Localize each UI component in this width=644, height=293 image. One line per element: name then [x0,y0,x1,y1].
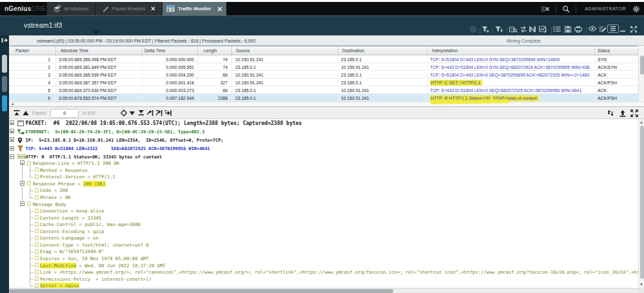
swap-icon[interactable] [520,26,527,33]
record-icon[interactable] [470,26,477,33]
detail-tree-vscroll-thumb[interactable] [640,126,644,279]
tree-row[interactable]: Response Phrase = 200 (OK) [9,180,638,187]
user-menu[interactable]: ADMINISTRATOR [585,6,626,11]
packet-row-1[interactable]: 13:05:00.669.356.098 PM EDT0.000.000.000… [9,55,638,63]
tree-row[interactable]: Connection = keep-alive [9,207,638,214]
drag-pill-gray[interactable] [2,55,7,73]
search-icon[interactable] [562,5,570,13]
expand-plus-box[interactable] [10,137,14,142]
column-header-packet[interactable]: Packet [9,46,56,55]
annotate-icon[interactable] [599,26,607,33]
tree-row[interactable]: TCP: S=443 D=51804 LEN=2322 SEQ=68207292… [9,145,638,153]
collapse-minus-box[interactable] [20,160,24,165]
collapse-minus-box[interactable] [20,202,24,206]
goto-packet-icon[interactable] [121,109,128,117]
expand-plus-box[interactable] [10,120,14,125]
tree-row[interactable]: PACKET: #6 2022/06/08 19:05:00.676.553.5… [9,119,638,128]
detail-tree-hscroll-thumb[interactable] [9,289,393,293]
tab-all-modules[interactable]: All Modules [46,2,95,15]
tree-row[interactable]: Message Body [9,201,638,208]
panel-expand-icon[interactable] [1,37,8,43]
sequence-icon[interactable] [529,26,536,33]
next-mark-icon[interactable] [147,109,154,117]
packet-row-4[interactable]: 43:05:00.669.367.357 PM EDT0.000.001.418… [9,79,638,86]
column-header-source[interactable]: Source [232,46,338,55]
packet-row-2[interactable]: 23:05:00.669.361.649 PM EDT0.000.005.551… [9,63,638,71]
tree-row[interactable]: Expires = Sun, 19 Nov 1978 05:00:00 GMT [9,255,638,262]
column-header-destination[interactable]: Destination [338,46,427,55]
tree-row[interactable]: Code = 200 [9,187,638,194]
tab-label: Packet Analysis [112,6,146,12]
collapse-minus-box[interactable] [20,181,24,185]
tree-row[interactable]: Response-Line = HTTP/1.1 200 OK [9,160,638,167]
packet-row-3[interactable]: 33:05:00.669.365.939 PM EDT0.000.004.290… [9,71,638,79]
session-close-icon[interactable] [541,6,550,12]
tree-row[interactable]: Content-Encoding = gzip [9,228,638,235]
tab-packet-analysis[interactable]: Packet Analysis [95,2,162,15]
tree-row[interactable]: ETHERNET: S=[00-0C-29-74-28-3F], D=[00-0… [9,128,638,136]
detail-tree-hscrollbar[interactable] [9,288,638,293]
tree-row[interactable]: Cache-Control = public, max-age=3600 [9,221,638,228]
tree-row-text: Expires = Sun, 19 Nov 1978 05:00:00 GMT [40,256,149,261]
tree-row[interactable]: Etag = W/"1654713449-0" [9,249,638,256]
expand-plus-box[interactable] [10,146,14,151]
menu-icon[interactable] [607,24,619,33]
collapse-minus-box[interactable] [10,155,14,159]
cell-destination: 10.150.91.241 [338,94,427,101]
drag-pill-slate[interactable] [2,76,7,92]
packet-row-5[interactable]: 53:05:00.669.370.630 PM EDT0.000.003.273… [9,86,638,94]
column-header-status[interactable]: Status [595,46,638,55]
tree-row[interactable]: Protocol-Version = HTTP/1.1 [9,174,638,181]
expand-icon[interactable] [630,26,638,33]
chart-icon[interactable] [539,26,547,33]
tree-row[interactable]: IP: S=23.185.0.1 D=10.150.91.241 LEN=235… [9,136,638,144]
panel-toolbar-separator [480,27,480,35]
tree-row[interactable]: Last-Modified = Wed, 08 Jun 2022 18:37:2… [9,262,638,269]
column-header-absolute_time[interactable]: Absolute Time [56,46,142,55]
export-icon[interactable] [574,26,582,33]
minimize-icon[interactable] [620,26,626,32]
expand-plus-box[interactable] [10,129,14,133]
packet-table-hscrollbar[interactable] [9,102,644,106]
packet-table-vscroll-thumb[interactable] [640,55,644,75]
tree-row[interactable]: Content-Type = text/html; charset=utf-8 [9,241,638,249]
detail-tree-vscrollbar[interactable] [638,119,644,288]
collapse-all-icon[interactable] [14,109,21,117]
fullscreen-icon[interactable] [630,109,638,117]
scroll-down-arrow-icon[interactable] [640,283,643,286]
scroll-up-icon[interactable] [23,111,29,115]
jump-bottom-icon[interactable] [138,109,144,117]
tree-row[interactable]: Phrase = OK [9,194,638,201]
list-view-icon[interactable] [553,26,561,32]
scroll-up-arrow-icon[interactable] [640,121,643,124]
tree-row[interactable]: Content-Length = 33345 [9,214,638,222]
tab-close-icon[interactable] [151,6,155,11]
prev-request-icon[interactable] [156,109,163,117]
tree-row[interactable]: Link = <https://www.ymcasf.org/>; rel="c… [9,269,638,276]
goto-dropdown-icon[interactable] [130,111,135,115]
column-header-delta_time[interactable]: Delta Time [142,46,198,55]
tree-row[interactable]: Server = nginx [9,282,638,288]
panel-title-caret-icon[interactable] [93,31,99,34]
column-header-length[interactable]: Length [198,46,232,55]
view-icon[interactable] [589,26,597,32]
tree-row[interactable]: Content-Language = en [9,235,638,242]
packet-table-vscrollbar[interactable] [638,46,644,102]
tab-traffic-monitor[interactable]: Traffic Monitor [162,2,227,15]
column-header-interpretation[interactable]: Interpretation [427,46,595,55]
next-request-icon[interactable] [164,109,172,117]
filter-icon[interactable] [482,26,489,33]
tree-row[interactable]: Permissions-Policy = interest-cohort=() [9,276,638,283]
packet-row-6[interactable]: 63:05:00.676.553.574 PM EDT0.007.182.944… [9,94,638,102]
upload-icon[interactable] [620,109,627,117]
packet-number-input[interactable] [50,109,79,118]
save-icon[interactable] [565,26,572,33]
tab-close-icon[interactable] [217,6,222,12]
scroll-left-arrow-icon[interactable] [11,103,14,106]
tree-row[interactable]: Method = Response [9,167,638,174]
gear-icon[interactable] [632,5,640,13]
filter-apply-icon[interactable] [495,26,503,33]
drag-pill-blue[interactable] [2,95,7,111]
row-resize-icon[interactable] [608,109,615,117]
mining-icon[interactable] [509,26,518,33]
